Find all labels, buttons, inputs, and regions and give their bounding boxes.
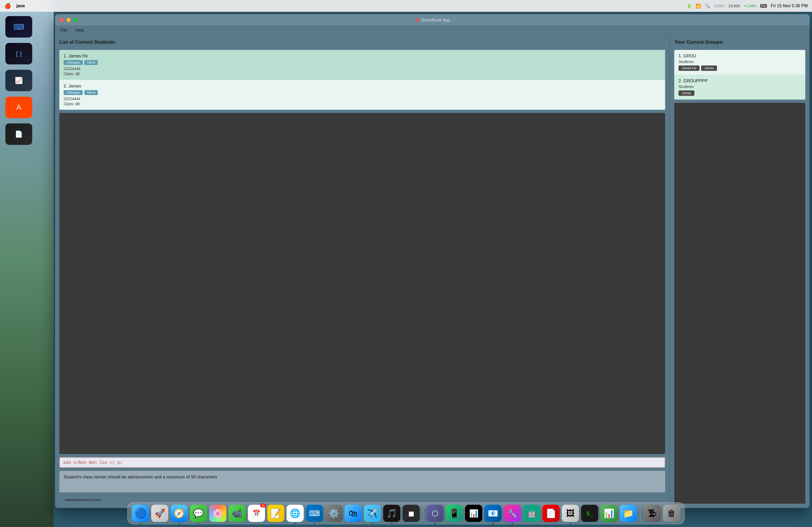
right-dark-area [674,103,805,504]
right-panel: Your Current Groups: 1. GROU Students: J… [670,35,810,508]
dock-item-jetbrains[interactable]: 🔧 [504,505,521,522]
sidebar-app-5[interactable]: 📄 [5,123,32,145]
dock: 🔵 🚀 🧭 💬 🌸 📹 📅 15 📝 🌐 ⌨ ⚙️ 🛍 ✈️ [127,502,685,524]
search-icon[interactable]: 🔍 [705,3,710,9]
dock-item-prefs[interactable]: ⚙️ [325,505,342,522]
group-student-tag-2-0: James [679,90,694,96]
student-item-1[interactable]: 1. James Ho colleague friend 22224444 Cl… [59,50,665,80]
messages-icon: 💬 [193,508,204,518]
numbers-icon: 📊 [604,508,614,518]
telegram-dot [372,523,373,524]
chrome-dot [294,523,296,524]
unknown1-icon: ◼ [408,509,414,518]
dock-item-acrobat[interactable]: 📄 [542,505,560,522]
student-tags-1: colleague friend [64,60,661,65]
chrome-icon: 🌐 [290,508,301,518]
group-item-2[interactable]: 2. GROUPPPP Students: James [674,75,805,100]
dock-item-photos[interactable]: 🌸 [209,505,226,522]
dock-item-appstore[interactable]: 🛍 [345,505,362,522]
outlook-icon: 📧 [488,508,498,518]
menubar: 🍎 java 🔋 📶 🔍 CORZ 15.600 +1.04% Pre Fri … [0,0,812,12]
student-item-2[interactable]: 2. James colleague friend 22224444 Class… [59,80,665,110]
menu-help[interactable]: Help [75,28,84,33]
dock-item-safari[interactable]: 🧭 [171,505,188,522]
telegram-icon: ✈️ [367,508,378,518]
status-text: ./data/addressbook.json [64,498,101,502]
appstore-icon: 🛍 [349,509,358,518]
dock-item-finder[interactable]: 🔵 [132,505,149,522]
dock-item-outlook[interactable]: 📧 [484,505,502,522]
preview-dot [570,523,571,524]
group-tags-1: James Ho James [679,65,801,71]
dock-item-files[interactable]: 📁 [620,505,637,522]
sidebar-app-4[interactable]: A [5,96,32,118]
dock-item-vscode[interactable]: ⌨ [306,505,323,522]
group-item-1[interactable]: 1. GROU Students: James Ho James [674,50,805,75]
group-list: 1. GROU Students: James Ho James 2. GROU… [674,50,805,100]
outlook-dot [492,523,494,524]
corz-price: 15.600 [728,4,740,8]
vscode-icon: ⌨ [309,509,320,518]
student-name-1: 1. James Ho [64,54,661,59]
spotify-icon: 🎵 [387,508,397,518]
sidebar-app-img-3: 📈 [5,70,32,91]
dock-item-launchpad[interactable]: 🚀 [151,505,168,522]
dock-item-numbers[interactable]: 📊 [600,505,618,522]
student-class-1: Class: 4B [64,72,661,76]
error-message-box: Student's class names should be alphanum… [59,471,665,492]
dock-item-compress[interactable]: 🗜 [644,505,661,522]
facetime-icon: 📹 [232,508,243,518]
minimize-button[interactable] [66,18,71,22]
trash-icon: 🗑 [667,509,676,518]
sidebar-app-1[interactable]: ⌨ [5,16,32,37]
group-students-label-2: Students: [679,85,801,89]
files-icon: 📁 [623,508,634,518]
sidebar-app-img-1: ⌨ [5,16,32,37]
finder-dot [140,523,141,524]
command-input-wrapper[interactable] [59,457,665,468]
acrobat-icon: 📄 [546,508,556,518]
launchpad-icon: 🚀 [155,508,165,518]
whatsapp-icon: 📱 [449,508,460,518]
dock-item-whatsapp[interactable]: 📱 [446,505,463,522]
activity-icon: 📊 [469,509,478,518]
photos-icon: 🌸 [213,508,223,518]
apple-icon[interactable]: 🍎 [4,3,11,9]
dock-item-telegram[interactable]: ✈️ [364,505,381,522]
app-menubar: File Help [55,26,810,35]
corz-change: +1.04% [743,4,756,8]
group-students-label-1: Students: [679,60,801,64]
dock-item-activity[interactable]: 📊 [465,505,482,522]
dock-item-vscode2[interactable]: ⬡ [426,505,444,522]
pre-badge: Pre [760,4,767,8]
menu-file[interactable]: File [60,28,68,33]
student-tag-friend-2: friend [84,90,98,95]
dock-item-chrome[interactable]: 🌐 [287,505,304,522]
dock-item-messages[interactable]: 💬 [190,505,207,522]
dock-item-unknown1[interactable]: ◼ [403,505,420,522]
calendar-icon: 📅 [252,510,260,517]
preview-icon: 🖼 [566,509,575,518]
dock-item-facetime[interactable]: 📹 [229,505,246,522]
maximize-button[interactable] [73,18,77,22]
dock-item-terminal[interactable]: $_ [581,505,598,522]
jetbrains-icon: 🔧 [508,509,517,518]
sidebar-app-3[interactable]: 📈 [5,70,32,91]
dock-item-chatgpt[interactable]: 🤖 [523,505,540,522]
left-panel: List of Current Students: 1. James Ho co… [55,35,670,508]
dock-item-notes[interactable]: 📝 [267,505,284,522]
dock-item-trash[interactable]: 🗑 [663,505,680,522]
battery-icon: 🔋 [686,3,692,9]
dock-item-calendar[interactable]: 📅 15 [248,505,265,522]
dock-item-spotify[interactable]: 🎵 [383,505,400,522]
student-tag-friend-1: friend [84,60,98,65]
traffic-lights [59,18,77,22]
chatgpt-icon: 🤖 [527,509,536,518]
dock-item-preview[interactable]: 🖼 [562,505,579,522]
dark-content-area [59,113,665,454]
sidebar-app-2[interactable]: { } [5,43,32,64]
right-panel-title: Your Current Groups: [674,40,805,45]
spotify-dot [391,523,393,524]
command-input[interactable] [63,460,661,465]
close-button[interactable] [59,18,64,22]
